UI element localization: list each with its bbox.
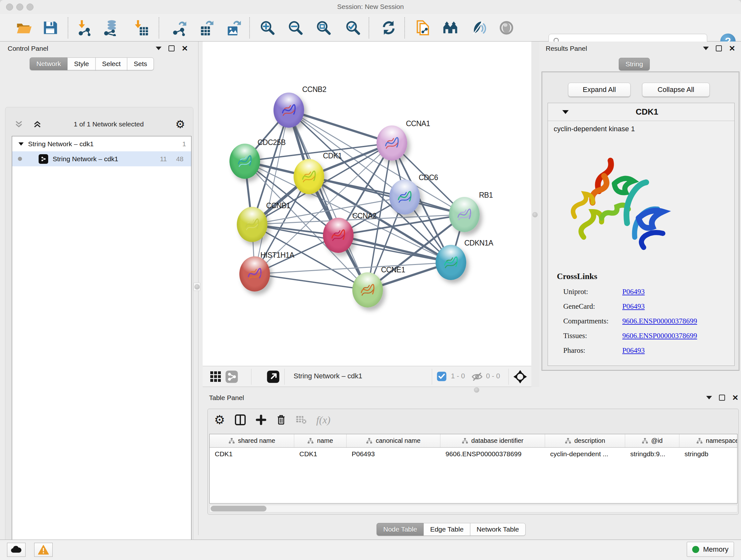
import-table-from-file-button[interactable] bbox=[131, 18, 150, 37]
splitter-grip-icon[interactable] bbox=[474, 387, 479, 393]
refresh-view-button[interactable] bbox=[380, 18, 398, 37]
zoom-selected-button[interactable] bbox=[344, 18, 362, 37]
network-node-CCNA2[interactable] bbox=[323, 218, 354, 253]
zoom-out-button[interactable] bbox=[286, 18, 305, 37]
delete-table-icon[interactable] bbox=[296, 415, 307, 425]
panel-close-icon[interactable]: ✕ bbox=[729, 45, 735, 51]
column-header-shared-name[interactable]: shared name bbox=[210, 434, 294, 447]
fit-content-button[interactable] bbox=[314, 18, 333, 37]
tab-network[interactable]: Network bbox=[30, 57, 68, 70]
table-cell[interactable]: 9606.ENSP00000378699 bbox=[441, 448, 545, 462]
table-options-gear-icon[interactable]: ⚙ bbox=[214, 413, 225, 427]
crosslink-value-link[interactable]: P06493 bbox=[622, 288, 645, 296]
gene-card-header[interactable]: CDK1 bbox=[548, 103, 734, 121]
birds-eye-view-button[interactable] bbox=[441, 18, 460, 37]
collapse-section-icon[interactable] bbox=[562, 110, 569, 114]
horizontal-splitter[interactable] bbox=[203, 387, 741, 393]
tab-edge-table[interactable]: Edge Table bbox=[423, 523, 470, 536]
splitter-grip-icon[interactable] bbox=[532, 212, 538, 217]
network-tree-root-row[interactable]: String Network – cdk1 1 bbox=[12, 136, 191, 151]
export-table-button[interactable] bbox=[197, 18, 216, 37]
table-row[interactable]: CDK1CDK1P064939606.ENSP00000378699cyclin… bbox=[210, 448, 737, 462]
import-network-from-file-button[interactable] bbox=[75, 18, 93, 37]
annotations-button[interactable] bbox=[414, 18, 432, 37]
birds-eye-toggle-icon[interactable] bbox=[266, 370, 280, 385]
cloud-status-button[interactable] bbox=[7, 543, 25, 557]
panel-menu-icon[interactable] bbox=[703, 47, 709, 50]
network-node-CCNB2[interactable] bbox=[273, 92, 304, 128]
expand-all-button[interactable]: Expand All bbox=[568, 83, 630, 97]
collapse-all-button[interactable]: Collapse All bbox=[642, 83, 710, 97]
selected-checkbox-icon[interactable] bbox=[436, 371, 447, 383]
table-cell[interactable]: CDK1 bbox=[294, 448, 347, 462]
delete-column-trash-icon[interactable] bbox=[276, 414, 286, 426]
table-cell[interactable]: stringdb bbox=[679, 448, 738, 462]
panel-menu-icon[interactable] bbox=[156, 47, 161, 50]
show-columns-icon[interactable] bbox=[234, 414, 246, 426]
tab-node-table[interactable]: Node Table bbox=[377, 523, 424, 536]
column-header-database-identifier[interactable]: database identifier bbox=[441, 434, 545, 447]
network-node-CDC6[interactable] bbox=[389, 179, 420, 214]
network-node-CCNE1[interactable] bbox=[352, 272, 383, 307]
network-node-CDC25B[interactable] bbox=[229, 144, 260, 179]
network-edge[interactable] bbox=[255, 274, 367, 290]
hidden-eye-slash-icon[interactable] bbox=[471, 371, 483, 384]
grid-view-icon[interactable] bbox=[210, 370, 222, 384]
network-node-RB1[interactable] bbox=[449, 197, 480, 232]
panel-menu-icon[interactable] bbox=[706, 396, 712, 399]
network-node-CCNB1[interactable] bbox=[237, 207, 267, 242]
column-header-description[interactable]: description bbox=[545, 434, 625, 447]
column-header--id[interactable]: @id bbox=[625, 434, 679, 447]
warnings-button[interactable] bbox=[34, 543, 53, 557]
network-edge[interactable] bbox=[289, 110, 392, 143]
vertical-splitter[interactable] bbox=[531, 42, 539, 387]
network-edge[interactable] bbox=[289, 110, 367, 290]
show-graphics-details-button[interactable] bbox=[497, 18, 516, 37]
export-image-button[interactable] bbox=[224, 18, 243, 37]
left-splitter-handle[interactable] bbox=[193, 283, 200, 291]
expand-all-icon[interactable] bbox=[32, 119, 42, 129]
panel-float-icon[interactable] bbox=[716, 45, 722, 51]
network-share-icon[interactable] bbox=[225, 370, 239, 385]
column-header-name[interactable]: name bbox=[294, 434, 347, 447]
tab-select[interactable]: Select bbox=[95, 57, 127, 70]
panel-close-icon[interactable]: ✕ bbox=[182, 45, 188, 51]
fit-selection-crosshair-icon[interactable] bbox=[513, 369, 528, 385]
column-header-namespace[interactable]: namespace bbox=[679, 434, 738, 447]
network-tree-child-row[interactable]: String Network – cdk1 11 48 bbox=[12, 151, 191, 166]
panel-float-icon[interactable] bbox=[719, 395, 725, 401]
network-canvas[interactable]: CCNB2CCNA1CDC25BCDK1CDC6RB1CCNB1CCNA2CDK… bbox=[203, 42, 531, 366]
crosslink-value-link[interactable]: 9606.ENSP00000378699 bbox=[622, 332, 697, 340]
network-node-CDKN1A[interactable] bbox=[435, 245, 466, 280]
table-cell[interactable]: cyclin-dependent ... bbox=[545, 448, 625, 462]
network-list-options-gear-icon[interactable]: ⚙ bbox=[176, 118, 185, 131]
network-node-CDK1[interactable] bbox=[293, 159, 324, 194]
crosslink-value-link[interactable]: P06493 bbox=[622, 302, 645, 311]
tree-expand-icon[interactable] bbox=[18, 142, 23, 145]
table-horizontal-scrollbar[interactable] bbox=[209, 505, 738, 512]
table-cell[interactable]: CDK1 bbox=[210, 448, 294, 462]
function-builder-button[interactable]: f(x) bbox=[316, 414, 330, 426]
scrollbar-thumb[interactable] bbox=[211, 506, 266, 511]
collapse-all-icon[interactable] bbox=[14, 119, 23, 129]
network-node-HIST1H1A[interactable] bbox=[239, 256, 270, 292]
create-column-plus-icon[interactable] bbox=[256, 415, 266, 425]
table-cell[interactable]: stringdb:9... bbox=[625, 448, 679, 462]
save-session-button[interactable] bbox=[41, 18, 59, 37]
tab-string[interactable]: String bbox=[619, 58, 650, 71]
panel-close-icon[interactable]: ✕ bbox=[732, 395, 738, 401]
panel-float-icon[interactable] bbox=[169, 45, 175, 51]
network-node-CCNA1[interactable] bbox=[377, 125, 407, 161]
crosslink-value-link[interactable]: 9606.ENSP00000378699 bbox=[622, 317, 697, 325]
tab-network-table[interactable]: Network Table bbox=[470, 523, 526, 536]
tab-style[interactable]: Style bbox=[67, 57, 96, 70]
hide-graphics-details-button[interactable] bbox=[470, 18, 488, 37]
zoom-in-button[interactable] bbox=[258, 18, 277, 37]
crosslink-value-link[interactable]: P06493 bbox=[622, 347, 645, 355]
column-header-canonical-name[interactable]: canonical name bbox=[347, 434, 441, 447]
tab-sets[interactable]: Sets bbox=[127, 57, 154, 70]
table-cell[interactable]: P06493 bbox=[347, 448, 441, 462]
import-network-from-database-button[interactable] bbox=[102, 18, 120, 37]
memory-button[interactable]: Memory bbox=[687, 542, 734, 557]
export-network-button[interactable] bbox=[170, 18, 189, 37]
